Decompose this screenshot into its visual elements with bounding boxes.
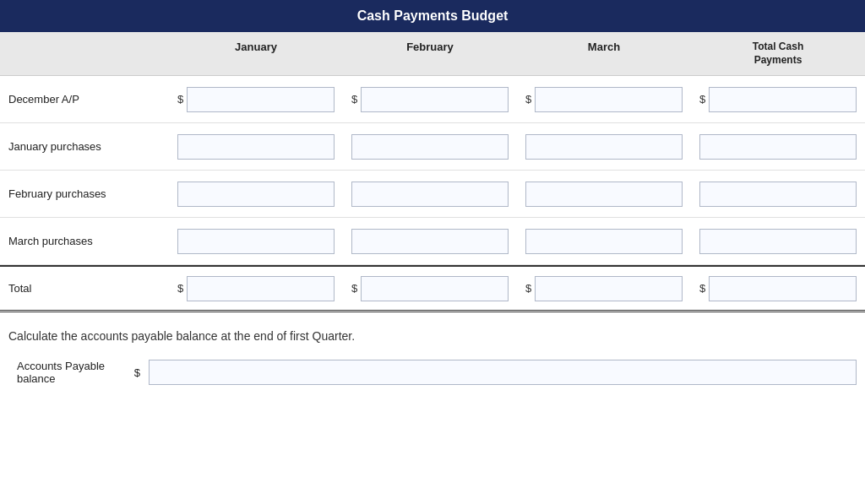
- col-header-total: Total CashPayments: [691, 37, 865, 70]
- col-header-january: January: [169, 37, 343, 70]
- cell-mar-purchases-mar: [517, 222, 691, 261]
- cell-jan-purchases-mar: [517, 127, 691, 166]
- dollar-sign: $: [525, 93, 531, 106]
- dollar-sign: $: [351, 93, 357, 106]
- input-december-mar[interactable]: [535, 87, 683, 112]
- ap-balance-input[interactable]: [149, 360, 857, 385]
- col-header-label: [0, 37, 169, 70]
- col-header-march: March: [517, 37, 691, 70]
- column-headers: January February March Total CashPayment…: [0, 32, 865, 76]
- row-label-total: Total: [0, 275, 169, 301]
- cell-feb-purchases-feb: [343, 175, 517, 214]
- footer-description: Calculate the accounts payable balance a…: [8, 329, 857, 343]
- input-jan-purchases-total[interactable]: [699, 134, 857, 160]
- cell-feb-purchases-total: [691, 175, 865, 214]
- row-label-march-purchases: March purchases: [0, 228, 169, 254]
- dollar-sign: $: [177, 282, 183, 295]
- input-jan-purchases-jan[interactable]: [177, 134, 335, 160]
- row-label-february-purchases: February purchases: [0, 181, 169, 207]
- input-total-total[interactable]: [709, 276, 857, 301]
- input-jan-purchases-feb[interactable]: [351, 134, 509, 160]
- row-label-january-purchases: January purchases: [0, 133, 169, 160]
- table-row: February purchases: [0, 171, 865, 218]
- input-mar-purchases-total[interactable]: [699, 229, 857, 254]
- cell-december-jan: $: [169, 80, 343, 119]
- cell-december-mar: $: [517, 80, 691, 119]
- ap-balance-row: Accounts Payable balance $: [8, 360, 857, 385]
- input-december-total[interactable]: [709, 87, 857, 112]
- ap-balance-label: Accounts Payable balance: [17, 360, 126, 385]
- footer-section: Calculate the accounts payable balance a…: [0, 312, 865, 393]
- dollar-sign: $: [699, 282, 705, 295]
- dollar-sign: $: [351, 282, 357, 295]
- input-feb-purchases-mar[interactable]: [525, 182, 683, 207]
- table-row: December A/P $ $ $ $: [0, 76, 865, 123]
- row-label-december-ap: December A/P: [0, 86, 169, 112]
- dollar-sign: $: [525, 282, 531, 295]
- input-december-jan[interactable]: [187, 87, 335, 112]
- input-total-feb[interactable]: [361, 276, 509, 301]
- input-december-feb[interactable]: [361, 87, 509, 112]
- cell-december-total: $: [691, 80, 865, 119]
- cell-jan-purchases-jan: [169, 127, 343, 166]
- cell-mar-purchases-total: [691, 222, 865, 261]
- cell-jan-purchases-feb: [343, 127, 517, 166]
- cell-mar-purchases-feb: [343, 222, 517, 261]
- cell-feb-purchases-jan: [169, 175, 343, 214]
- ap-dollar-sign: $: [134, 366, 140, 379]
- dollar-sign: $: [699, 93, 705, 106]
- cell-total-mar: $: [517, 269, 691, 308]
- table-row: March purchases: [0, 218, 865, 265]
- input-jan-purchases-mar[interactable]: [525, 134, 683, 160]
- cell-feb-purchases-mar: [517, 175, 691, 214]
- page-container: Cash Payments Budget January February Ma…: [0, 0, 865, 504]
- input-feb-purchases-total[interactable]: [699, 182, 857, 207]
- input-feb-purchases-feb[interactable]: [351, 182, 509, 207]
- table-title: Cash Payments Budget: [0, 0, 865, 32]
- dollar-sign: $: [177, 93, 183, 106]
- cell-december-feb: $: [343, 80, 517, 119]
- col-header-february: February: [343, 37, 517, 70]
- table-row: January purchases: [0, 123, 865, 171]
- cell-mar-purchases-jan: [169, 222, 343, 261]
- data-section: December A/P $ $ $ $ January purchases: [0, 76, 865, 312]
- input-mar-purchases-mar[interactable]: [525, 229, 683, 254]
- input-total-mar[interactable]: [535, 276, 683, 301]
- cell-total-total: $: [691, 269, 865, 308]
- cell-jan-purchases-total: [691, 127, 865, 166]
- cell-total-jan: $: [169, 269, 343, 308]
- input-mar-purchases-jan[interactable]: [177, 229, 335, 254]
- total-row: Total $ $ $ $: [0, 265, 865, 312]
- title-text: Cash Payments Budget: [357, 8, 509, 23]
- input-feb-purchases-jan[interactable]: [177, 182, 335, 207]
- input-mar-purchases-feb[interactable]: [351, 229, 509, 254]
- input-total-jan[interactable]: [187, 276, 335, 301]
- cell-total-feb: $: [343, 269, 517, 308]
